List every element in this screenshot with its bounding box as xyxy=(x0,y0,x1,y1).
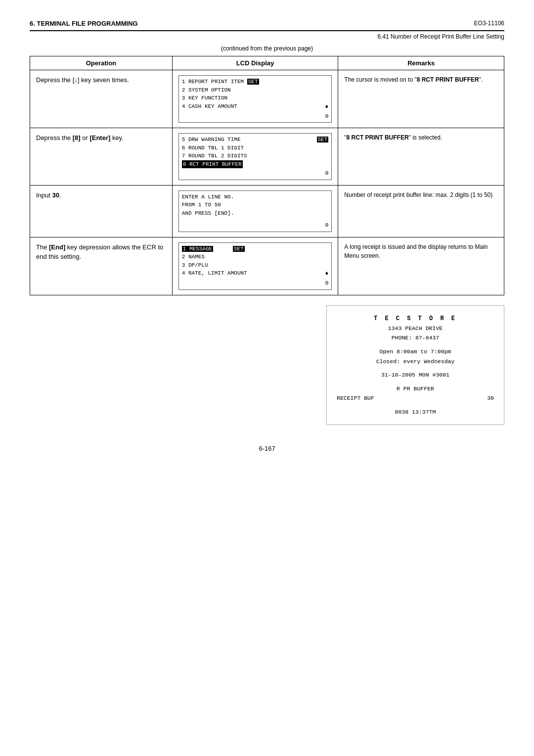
lcd-line: 3 KEY FUNCTION xyxy=(182,94,329,102)
receipt-store-name: T E C S T O R E xyxy=(337,314,494,324)
doc-number: EO3-11106 xyxy=(474,20,504,27)
lcd-display-1: 1 REPORT PRINT ITEM SET 2 SYSTEM OPTION … xyxy=(178,75,332,123)
col-header-operation: Operation xyxy=(30,56,173,70)
operation-cell-2: Depress the [8] or [Enter] key. xyxy=(30,128,173,186)
lcd-bottom: 0 xyxy=(182,169,329,178)
col-header-remarks: Remarks xyxy=(338,56,504,70)
receipt-buf-label: RECEIPT BUF xyxy=(337,393,374,403)
lcd-bottom: 0 xyxy=(182,112,329,121)
sub-section-text: 6.41 Number of Receipt Print Buffer Line… xyxy=(377,33,504,40)
header-divider xyxy=(30,30,504,31)
operation-text-2: Depress the [8] or [Enter] key. xyxy=(36,134,124,142)
receipt-date-line: 31-10-2005 MON #3001 xyxy=(337,370,494,380)
table-row: Input 30. ENTER A LINE NO. FROM 1 TO 50 … xyxy=(30,185,504,237)
operation-text-1: Depress the [↓] key seven times. xyxy=(36,76,129,84)
lcd-line: 4 CASH KEY AMOUNT ♦ xyxy=(182,102,329,111)
remarks-text-3: Number of receipt print buffer line: max… xyxy=(344,191,492,198)
operation-cell-1: Depress the [↓] key seven times. xyxy=(30,70,173,128)
lcd-line: 6 ROUND TBL 1 DIGIT xyxy=(182,144,329,152)
lcd-line: AND PRESS [END]. xyxy=(182,209,329,218)
table-row: The [End] key depression allows the ECR … xyxy=(30,237,504,295)
remarks-text-4: A long receipt is issued and the display… xyxy=(344,243,488,259)
remarks-cell-3: Number of receipt print buffer line: max… xyxy=(338,185,504,237)
remarks-cell-4: A long receipt is issued and the display… xyxy=(338,237,504,295)
operation-cell-4: The [End] key depression allows the ECR … xyxy=(30,237,173,295)
lcd-cell-1: 1 REPORT PRINT ITEM SET 2 SYSTEM OPTION … xyxy=(172,70,338,128)
receipt-box: T E C S T O R E 1343 PEACH DRIVE PHONE: … xyxy=(326,305,504,425)
continued-text: (continued from the previous page) xyxy=(30,45,504,52)
remarks-text-1: The cursor is moved on to "8 RCT PRINT B… xyxy=(344,76,483,83)
receipt-phone: PHONE: 87-6437 xyxy=(337,333,494,343)
receipt-hours-open: Open 8:00am to 7:00pm xyxy=(337,347,494,357)
receipt-buf-row: RECEIPT BUF 30 xyxy=(337,393,494,403)
lcd-line: 3 DP/PLU xyxy=(182,261,329,270)
table-row: Depress the [↓] key seven times. 1 REPOR… xyxy=(30,70,504,128)
table-row: Depress the [8] or [Enter] key. 5 DRW WA… xyxy=(30,128,504,186)
receipt-buffer-label: R PR BUFFER xyxy=(337,384,494,394)
col-header-lcd: LCD Display xyxy=(172,56,338,70)
lcd-line: FROM 1 TO 50 xyxy=(182,201,329,209)
table-header-row: Operation LCD Display Remarks xyxy=(30,56,504,70)
receipt-hours-closed: Closed: every Wednesday xyxy=(337,357,494,367)
lcd-line: 4 RATE, LIMIT AMOUNT ♦ xyxy=(182,269,329,278)
lcd-display-4: 1 MESSAGE SET 2 NAMES 3 DP/PLU 4 RATE, L… xyxy=(178,242,332,290)
lcd-line: ENTER A LINE NO. xyxy=(182,193,329,201)
lcd-line: 1 REPORT PRINT ITEM SET xyxy=(182,78,329,86)
remarks-cell-1: The cursor is moved on to "8 RCT PRINT B… xyxy=(338,70,504,128)
main-table: Operation LCD Display Remarks Depress th… xyxy=(30,56,504,295)
operation-text-4: The [End] key depression allows the ECR … xyxy=(36,243,163,261)
lcd-bottom: 0 xyxy=(182,279,329,287)
lcd-line: 2 SYSTEM OPTION xyxy=(182,86,329,94)
lcd-bottom: 0 xyxy=(182,221,329,230)
lcd-cell-3: ENTER A LINE NO. FROM 1 TO 50 AND PRESS … xyxy=(172,185,338,237)
page-footer: 6-167 xyxy=(30,445,504,452)
lcd-display-3: ENTER A LINE NO. FROM 1 TO 50 AND PRESS … xyxy=(178,190,332,232)
receipt-footer: 0038 13:37TM xyxy=(337,407,494,417)
operation-cell-3: Input 30. xyxy=(30,185,173,237)
lcd-line: 8 RCT PRINT BUFFER xyxy=(182,160,329,169)
receipt-container: T E C S T O R E 1343 PEACH DRIVE PHONE: … xyxy=(30,305,504,425)
operation-text-3: Input 30. xyxy=(36,191,61,199)
lcd-cell-4: 1 MESSAGE SET 2 NAMES 3 DP/PLU 4 RATE, L… xyxy=(172,237,338,295)
page-header: 6. TERMINAL FILE PROGRAMMING EO3-11106 xyxy=(30,20,504,27)
receipt-buf-value: 30 xyxy=(487,393,494,403)
lcd-display-2: 5 DRW WARNING TIME SET 6 ROUND TBL 1 DIG… xyxy=(178,133,332,180)
remarks-cell-2: "8 RCT PRINT BUFFER" is selected. xyxy=(338,128,504,186)
remarks-text-2: "8 RCT PRINT BUFFER" is selected. xyxy=(344,134,442,141)
lcd-line: 7 ROUND TBL 2 DIGITS xyxy=(182,152,329,160)
page-number: 6-167 xyxy=(259,445,275,452)
lcd-line: 1 MESSAGE SET xyxy=(182,245,329,253)
section-title: 6. TERMINAL FILE PROGRAMMING xyxy=(30,20,138,27)
lcd-line: 5 DRW WARNING TIME SET xyxy=(182,136,329,144)
receipt-address: 1343 PEACH DRIVE xyxy=(337,324,494,333)
sub-header: 6.41 Number of Receipt Print Buffer Line… xyxy=(30,33,504,40)
lcd-line: 2 NAMES xyxy=(182,253,329,261)
lcd-cell-2: 5 DRW WARNING TIME SET 6 ROUND TBL 1 DIG… xyxy=(172,128,338,186)
